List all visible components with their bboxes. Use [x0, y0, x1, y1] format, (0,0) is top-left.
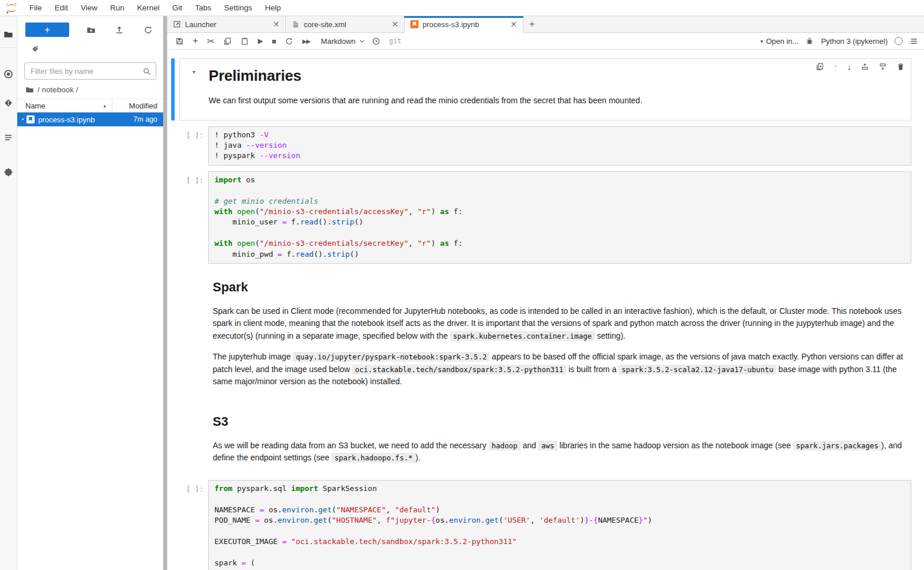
insert-cell-above-icon[interactable] — [861, 62, 869, 71]
file-list-header: Name ▴ Modified — [17, 99, 163, 112]
upload-icon[interactable] — [112, 23, 126, 37]
file-browser-panel: + / notebook / Name ▴ — [17, 16, 163, 570]
filter-files-box — [24, 62, 156, 80]
column-header-name[interactable]: Name ▴ — [17, 99, 112, 112]
new-launcher-button[interactable]: + — [25, 22, 69, 37]
toc-icon[interactable] — [0, 127, 17, 147]
running-kernels-icon[interactable] — [0, 64, 17, 84]
activity-bar — [0, 16, 17, 570]
markdown-paragraph: The jupyterhub image quay.io/jupyter/pys… — [213, 351, 906, 388]
markdown-rendered[interactable]: Spark Spark can be used in Client mode (… — [208, 269, 911, 398]
dock-tab-bar: Launcher ✕ core-site.xml ✕ process-s3.ip… — [167, 16, 924, 33]
markdown-paragraph: Spark can be used in Client mode (recomm… — [213, 305, 906, 343]
markdown-cell-box[interactable]: ▾ Preliminaries We can first output some… — [179, 58, 911, 121]
insert-cell-icon[interactable]: + — [193, 35, 198, 47]
new-tab-button[interactable]: + — [523, 16, 541, 32]
restart-kernel-icon[interactable] — [285, 37, 293, 46]
column-header-modified[interactable]: Modified — [112, 102, 163, 110]
search-icon[interactable] — [142, 67, 151, 76]
execution-prompt: [ ]: — [175, 171, 208, 264]
git-clone-icon[interactable] — [17, 38, 163, 58]
sort-caret-icon: ▴ — [103, 103, 106, 108]
markdown-cell-preliminaries: ▾ Preliminaries We can first output some… — [167, 58, 924, 121]
insert-cell-below-icon[interactable] — [878, 62, 887, 71]
breadcrumb-path: / notebook / — [37, 85, 78, 94]
menu-help[interactable]: Help — [258, 3, 287, 12]
run-cell-icon[interactable]: ▶ — [258, 37, 263, 45]
folder-icon — [25, 85, 34, 94]
panel-resize-handle[interactable] — [163, 16, 167, 570]
code-editor[interactable]: from pyspark.sql import SparkSession NAM… — [208, 480, 911, 570]
markdown-paragraph: We can first output some versions that a… — [209, 95, 904, 107]
cut-cells-icon[interactable]: ✂ — [207, 36, 214, 47]
notebook-toolbar: + ✂ ▶ ■ ▶▶ Markdown git — [167, 33, 924, 50]
menu-settings[interactable]: Settings — [218, 3, 259, 12]
sidebar-toggle-icon[interactable] — [910, 37, 918, 46]
delete-cell-icon[interactable] — [896, 62, 905, 71]
tab-launcher[interactable]: Launcher ✕ — [167, 16, 286, 32]
file-modified: 7m ago — [133, 115, 157, 123]
menu-run[interactable]: Run — [104, 3, 131, 12]
menu-git[interactable]: Git — [166, 3, 188, 12]
caret-down-icon: ▾ — [760, 38, 763, 44]
breadcrumb[interactable]: / notebook / — [17, 80, 163, 99]
file-name: process-s3.ipynb — [38, 115, 133, 124]
menu-view[interactable]: View — [74, 3, 104, 12]
cell-toolbar: ↑ ↓ — [816, 62, 905, 72]
heading-preliminaries: Preliminaries — [209, 67, 904, 85]
cell-type-dropdown[interactable]: Markdown — [321, 37, 365, 46]
menu-edit[interactable]: Edit — [48, 3, 74, 12]
close-tab-icon[interactable]: ✕ — [389, 20, 401, 29]
paste-cells-icon[interactable] — [240, 37, 249, 46]
text-file-icon — [292, 20, 300, 28]
debugger-bug-icon[interactable] — [805, 37, 814, 46]
tab-core-site-xml[interactable]: core-site.xml ✕ — [286, 16, 405, 32]
code-editor[interactable]: ! python3 -V! java --version! pyspark --… — [208, 126, 911, 166]
refresh-icon[interactable] — [141, 23, 155, 37]
notebook-file-icon — [27, 115, 35, 123]
restart-run-all-icon[interactable]: ▶▶ — [302, 38, 310, 44]
cell-collapser[interactable] — [171, 58, 175, 121]
execution-prompt: [ ]: — [175, 480, 208, 570]
menu-bar: File Edit View Run Kernel Git Tabs Setti… — [0, 0, 924, 16]
menu-file[interactable]: File — [23, 3, 48, 12]
code-editor[interactable]: import os # get minio credentialswith op… — [208, 171, 911, 264]
file-browser-toolbar: + — [17, 16, 163, 38]
heading-spark: Spark — [213, 280, 906, 295]
filter-files-input[interactable] — [31, 67, 142, 76]
menu-tabs[interactable]: Tabs — [188, 3, 218, 12]
kernel-status-icon — [895, 37, 903, 45]
interrupt-kernel-icon[interactable]: ■ — [272, 37, 277, 46]
extensions-icon[interactable] — [0, 162, 17, 182]
move-cell-down-icon[interactable]: ↓ — [847, 62, 852, 72]
new-folder-icon[interactable] — [84, 23, 98, 37]
git-icon[interactable] — [0, 93, 17, 112]
markdown-cell-s3: S3 As we will be reading data from an S3… — [167, 404, 924, 474]
save-icon[interactable] — [175, 37, 184, 46]
close-tab-icon[interactable]: ✕ — [508, 20, 519, 29]
close-tab-icon[interactable]: ✕ — [270, 20, 282, 29]
activity-separator — [0, 47, 17, 48]
code-cell-versions: [ ]: ! python3 -V! java --version! pyspa… — [167, 126, 924, 166]
heading-collapse-icon[interactable]: ▾ — [180, 59, 208, 120]
tab-process-s3-ipynb[interactable]: process-s3.ipynb ✕ — [405, 16, 523, 33]
file-row-process-s3[interactable]: • process-s3.ipynb 7m ago — [17, 112, 163, 126]
duplicate-cell-icon[interactable] — [816, 62, 824, 71]
heading-s3: S3 — [213, 414, 906, 429]
file-browser-icon[interactable] — [0, 24, 17, 44]
history-clock-icon[interactable] — [372, 37, 380, 46]
markdown-paragraph: As we will be reading data from an S3 bu… — [213, 440, 906, 464]
git-status-label: git — [389, 37, 402, 45]
markdown-cell-spark: Spark Spark can be used in Client mode (… — [167, 269, 924, 398]
notebook-file-icon — [410, 20, 418, 28]
move-cell-up-icon[interactable]: ↑ — [834, 62, 838, 72]
notebook-scroll-area[interactable]: ▾ Preliminaries We can first output some… — [167, 50, 924, 570]
code-cell-minio-credentials: [ ]: import os # get minio credentialswi… — [167, 171, 924, 264]
copy-cells-icon[interactable] — [223, 37, 232, 46]
markdown-rendered[interactable]: S3 As we will be reading data from an S3… — [208, 404, 911, 474]
open-file-dot: • — [22, 117, 24, 122]
launcher-icon — [173, 20, 181, 28]
kernel-name-label[interactable]: Python 3 (ipykernel) — [821, 37, 888, 46]
open-in-dropdown[interactable]: ▾ Open in... — [760, 37, 798, 46]
menu-kernel[interactable]: Kernel — [131, 3, 166, 12]
